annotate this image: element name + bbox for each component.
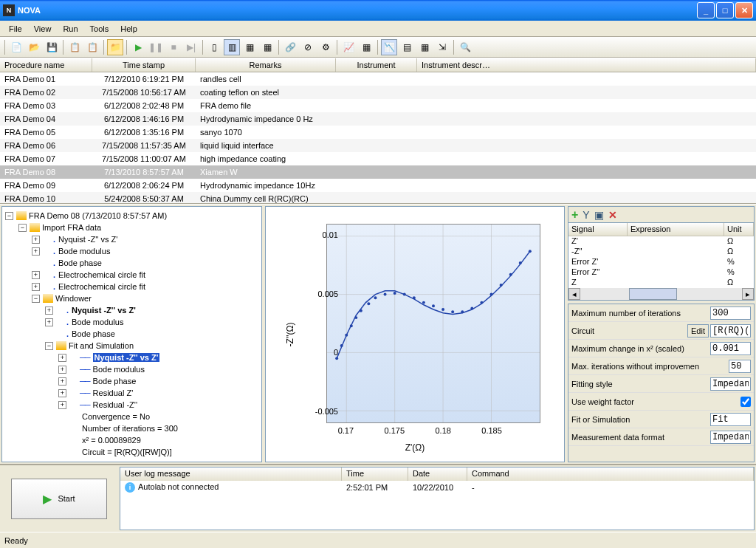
tree-item[interactable]: Electrochemical circle fit [58, 282, 145, 291]
tree-item[interactable]: Electrochemical circle fit [58, 270, 145, 279]
signal-row[interactable]: -Z''Ω [568, 247, 754, 257]
play-icon[interactable]: ▶ [130, 39, 146, 55]
copy-icon[interactable]: 📋 [66, 39, 83, 55]
layout3-icon[interactable]: ▦ [241, 39, 258, 55]
param-use-weight-checkbox[interactable] [740, 397, 751, 407]
procedure-row[interactable]: FRA Demo 105/24/2008 5:50:37 AMChina Dum… [0, 192, 756, 204]
expand-icon[interactable]: + [58, 401, 66, 409]
signal-row[interactable]: ZΩ [568, 278, 754, 288]
param-data-fmt-select[interactable] [710, 431, 751, 444]
param-max-iter-input[interactable] [710, 306, 751, 320]
start-button[interactable]: ▶Start [11, 479, 107, 519]
tree-item[interactable]: Bode modulus [93, 365, 145, 374]
tree-item[interactable]: Bode phase [72, 329, 115, 338]
menu-tools[interactable]: Tools [84, 23, 115, 35]
menu-help[interactable]: Help [114, 23, 143, 35]
tree-panel[interactable]: −FRA Demo 08 (7/13/2010 8:57:57 AM) −Imp… [1, 206, 262, 462]
tree-item[interactable]: Bode phase [58, 258, 102, 267]
tree-item[interactable]: Bode phase [93, 377, 137, 386]
stop-icon[interactable]: ■ [165, 39, 182, 55]
matrix-icon[interactable]: ▦ [416, 39, 433, 55]
unlink-icon[interactable]: ⊘ [300, 39, 316, 55]
chart-icon[interactable]: 📈 [340, 39, 357, 55]
tree-item-selected[interactable]: Nyquist -Z'' vs Z' [93, 353, 160, 362]
menu-run[interactable]: Run [57, 23, 83, 35]
col-instrument[interactable]: Instrument [336, 58, 417, 72]
procedure-row[interactable]: FRA Demo 036/12/2008 2:02:48 PMFRA demo … [0, 99, 756, 112]
procedure-row[interactable]: FRA Demo 077/15/2008 11:00:07 AMhigh imp… [0, 152, 756, 165]
tree-import[interactable]: Import FRA data [42, 223, 101, 232]
tree-item[interactable]: Nyquist -Z'' vs Z' [58, 235, 117, 244]
grid-icon[interactable]: ▦ [358, 39, 374, 55]
delete-icon[interactable]: ✕ [608, 209, 617, 221]
col-log-date[interactable]: Date [408, 467, 467, 481]
expand-icon[interactable]: + [58, 354, 66, 362]
scroll-left-icon[interactable]: ◂ [568, 288, 580, 300]
col-signal[interactable]: Signal [568, 223, 628, 236]
new-icon[interactable]: 📄 [8, 39, 24, 55]
link-icon[interactable]: 🔗 [282, 39, 298, 55]
col-expression[interactable]: Expression [628, 223, 724, 236]
procedure-row[interactable]: FRA Demo 067/15/2008 11:57:35 AMliquid l… [0, 139, 756, 152]
folder-icon[interactable]: 📁 [107, 39, 123, 55]
tree-fitsim[interactable]: Fit and Simulation [69, 341, 134, 350]
scroll-thumb[interactable] [629, 288, 678, 300]
procedure-row[interactable]: FRA Demo 017/12/2010 6:19:21 PMrandles c… [0, 72, 756, 86]
save-icon[interactable]: 💾 [44, 39, 60, 55]
col-log-cmd[interactable]: Command [467, 467, 754, 481]
param-max-noimp-input[interactable] [729, 360, 751, 373]
expand-icon[interactable]: + [58, 389, 66, 397]
tree-item[interactable]: Residual -Z'' [93, 400, 137, 409]
chart-panel[interactable]: -Z''(Ω) Z'(Ω) -0.00500.0050.010.170.1750… [265, 206, 565, 462]
signal-row[interactable]: Error Z''% [568, 267, 754, 278]
maximize-button[interactable]: □ [716, 2, 734, 18]
procedure-row[interactable]: FRA Demo 096/12/2008 2:06:24 PMHydrodyna… [0, 179, 756, 192]
expand-icon[interactable]: + [45, 306, 53, 315]
expand-icon[interactable]: − [5, 212, 13, 220]
col-remarks[interactable]: Remarks [196, 58, 336, 72]
add-icon[interactable]: + [571, 208, 578, 222]
h-scrollbar[interactable]: ◂ ▸ [568, 288, 754, 300]
procedure-grid[interactable]: FRA Demo 017/12/2010 6:19:21 PMrandles c… [0, 72, 756, 204]
export-icon[interactable]: ⇲ [434, 39, 450, 55]
edit-circuit-button[interactable]: Edit [687, 324, 709, 338]
pause-icon[interactable]: ❚❚ [148, 39, 164, 55]
paste-icon[interactable]: 📋 [84, 39, 100, 55]
expand-icon[interactable]: + [32, 271, 40, 279]
plot-type-icon[interactable]: 📉 [381, 39, 397, 55]
zoom-icon[interactable]: 🔍 [457, 39, 473, 55]
param-fit-sim-select[interactable] [710, 413, 751, 426]
expand-icon[interactable]: + [32, 247, 40, 256]
gear-icon[interactable]: ⚙ [317, 39, 334, 55]
minimize-button[interactable]: _ [697, 2, 715, 18]
tree-item[interactable]: Residual Z' [93, 388, 134, 397]
expand-icon[interactable]: − [32, 295, 40, 303]
tree-windower[interactable]: Windower [55, 294, 92, 303]
open-icon[interactable]: 📂 [26, 39, 42, 55]
filter-icon[interactable]: Y [583, 209, 589, 221]
layout1-icon[interactable]: ▯ [206, 39, 222, 55]
tree-item[interactable]: Bode modulus [72, 318, 123, 326]
expand-icon[interactable]: − [45, 342, 53, 350]
expand-icon[interactable]: + [58, 366, 66, 374]
expand-icon[interactable]: + [58, 377, 66, 386]
param-max-change-input[interactable] [710, 342, 751, 355]
expand-icon[interactable]: − [18, 224, 27, 232]
param-circuit-input[interactable] [710, 324, 751, 338]
signal-row[interactable]: Error Z'% [568, 257, 754, 267]
signal-row[interactable]: Z'Ω [568, 236, 754, 247]
log-row[interactable]: iAutolab not connected2:52:01 PM10/22/20… [120, 481, 754, 494]
col-procedure-name[interactable]: Procedure name [0, 58, 92, 72]
refresh-icon[interactable]: ▣ [594, 209, 604, 221]
col-unit[interactable]: Unit [724, 223, 754, 236]
col-log-time[interactable]: Time [342, 467, 408, 481]
layout2-icon[interactable]: ▥ [224, 39, 240, 55]
procedure-row[interactable]: FRA Demo 087/13/2010 8:57:57 AMXiamen W [0, 165, 756, 179]
col-instrument-desc[interactable]: Instrument descr… [417, 58, 756, 72]
expand-icon[interactable]: + [45, 318, 53, 326]
procedure-row[interactable]: FRA Demo 056/12/2008 1:35:16 PMsanyo 107… [0, 126, 756, 139]
close-button[interactable]: ✕ [735, 2, 753, 18]
procedure-row[interactable]: FRA Demo 046/12/2008 1:46:16 PMHydrodyna… [0, 112, 756, 126]
layout4-icon[interactable]: ▦ [259, 39, 275, 55]
param-fit-style-select[interactable] [710, 377, 751, 391]
